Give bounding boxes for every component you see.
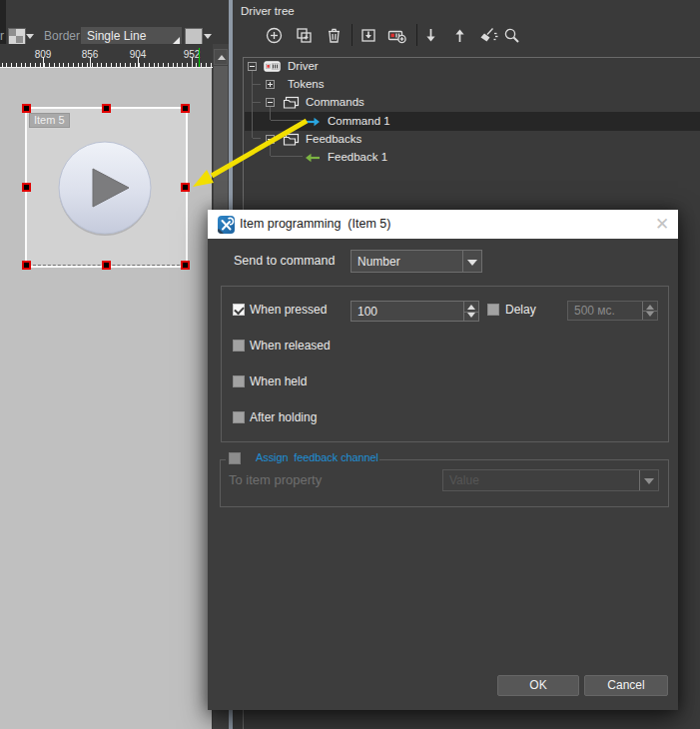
item-name-tag: Item 5: [29, 113, 70, 128]
when-pressed-value: 100: [357, 305, 377, 319]
tree-toolbar: [0, 0, 700, 48]
folder-icon: [283, 96, 300, 112]
search-icon[interactable]: [503, 27, 521, 45]
tree-row-label: Driver: [288, 60, 319, 72]
toolbar-separator: [416, 24, 417, 46]
driver-icon: [264, 61, 281, 74]
ok-button[interactable]: OK: [497, 675, 579, 696]
move-up-icon[interactable]: [452, 27, 470, 45]
tree-row-label: Command 1: [328, 115, 390, 127]
tree-row-tokens[interactable]: Tokens: [244, 76, 700, 94]
add-icon[interactable]: [266, 27, 284, 45]
selection-handle[interactable]: [102, 261, 111, 270]
assign-feedback-checkbox[interactable]: [229, 452, 241, 464]
when-released-label: When released: [250, 339, 331, 353]
canvas-item[interactable]: Item 5: [25, 107, 188, 268]
dialog-titlebar[interactable]: Item programming (Item 5) ✕: [208, 210, 678, 239]
selection-handle[interactable]: [22, 104, 31, 113]
selection-handle[interactable]: [22, 261, 31, 270]
value-spinner[interactable]: [463, 302, 478, 321]
collapse-icon[interactable]: [266, 135, 275, 144]
scroll-up-icon: [218, 55, 226, 60]
delay-checkbox[interactable]: [487, 304, 499, 316]
tree-row-label: Feedbacks: [306, 133, 361, 145]
application-window: r Border Single Line 809856904952 Item 5: [0, 0, 700, 729]
feedback-legend: Assign feedback channel: [226, 448, 379, 466]
combobox-arrow: [639, 470, 658, 490]
clipped-label-fragment: r: [0, 29, 4, 43]
delay-spinner: [642, 302, 657, 320]
collapse-icon[interactable]: [266, 98, 275, 107]
to-item-property-combobox: Value: [442, 469, 659, 491]
send-to-command-combobox[interactable]: Number: [350, 250, 482, 273]
when-held-label: When held: [250, 374, 307, 388]
duplicate-icon[interactable]: [296, 27, 314, 45]
editor-canvas[interactable]: Item 5: [0, 68, 212, 729]
command-arrow-icon: [305, 117, 321, 129]
send-to-command-label: Send to command: [234, 254, 335, 268]
delay-value: 500 мс.: [574, 304, 615, 318]
when-held-checkbox[interactable]: [233, 375, 245, 387]
tree-row-feedback-1[interactable]: Feedback 1: [244, 149, 700, 167]
combobox-arrow[interactable]: [462, 251, 481, 272]
after-holding-label: After holding: [250, 410, 317, 424]
folder-icon: [283, 133, 300, 149]
when-released-checkbox[interactable]: [233, 340, 245, 352]
delay-label: Delay: [505, 303, 536, 317]
cancel-button[interactable]: Cancel: [584, 675, 668, 696]
selection-handle[interactable]: [22, 183, 31, 192]
tree-row-label: Commands: [306, 96, 364, 108]
tree-row-label: Tokens: [288, 78, 324, 90]
tree-row-feedbacks[interactable]: Feedbacks: [244, 131, 700, 149]
assign-feedback-label: Assign feedback channel: [256, 451, 378, 463]
expand-icon[interactable]: [266, 80, 275, 89]
close-icon[interactable]: ✕: [651, 214, 673, 236]
scroll-up-button[interactable]: [214, 49, 228, 65]
clean-icon[interactable]: [479, 27, 497, 45]
toolbar-separator: [351, 24, 352, 46]
scrollbar-thumb[interactable]: [214, 66, 228, 211]
play-button-graphic[interactable]: [53, 136, 157, 240]
move-down-icon[interactable]: [423, 27, 441, 45]
delay-value-input: 500 мс.: [567, 301, 658, 321]
when-pressed-label: When pressed: [250, 303, 327, 317]
tree-row-command-1[interactable]: Command 1: [244, 113, 700, 131]
selection-handle[interactable]: [181, 183, 190, 192]
collapse-icon[interactable]: [248, 62, 257, 71]
dialog-app-icon: [218, 216, 235, 234]
send-to-command-value: Number: [357, 255, 400, 269]
feedback-arrow-icon: [305, 153, 321, 165]
import-icon[interactable]: [359, 27, 377, 45]
delete-icon[interactable]: [326, 27, 344, 45]
to-item-property-label: To item property: [229, 472, 322, 487]
item-programming-dialog: Item programming (Item 5) ✕ Send to comm…: [208, 210, 678, 710]
when-pressed-value-input[interactable]: 100: [350, 301, 479, 322]
to-item-property-value: Value: [449, 473, 479, 487]
ruler-cursor: [199, 48, 200, 67]
when-pressed-checkbox[interactable]: [233, 304, 245, 316]
dialog-title: Item programming (Item 5): [240, 210, 390, 239]
tree-row-label: Feedback 1: [328, 151, 387, 163]
create-driver-icon[interactable]: [387, 27, 405, 45]
selection-handle[interactable]: [181, 261, 190, 270]
selection-handle[interactable]: [102, 104, 111, 113]
after-holding-checkbox[interactable]: [233, 411, 245, 423]
tree-row-commands[interactable]: Commands: [244, 94, 700, 112]
tree-row-driver[interactable]: Driver: [244, 58, 700, 76]
selection-handle[interactable]: [181, 104, 190, 113]
